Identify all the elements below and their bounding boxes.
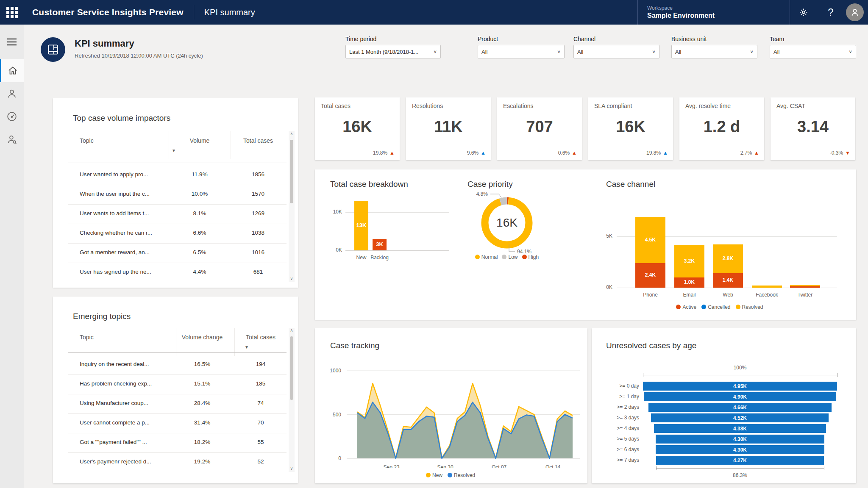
app-title: Customer Service Insights Preview [32,7,184,17]
funnel-bar[interactable]: 4.90K [644,392,836,401]
sidebar-item-agents[interactable] [0,128,24,151]
legend-item-normal[interactable]: Normal [475,254,498,260]
x-axis-tick: Backlog [364,255,395,261]
table-row[interactable]: User wanted to apply pro...11.9%1856 [53,165,298,185]
table-row[interactable]: Inquiry on the recent deal...16.5%194 [53,355,298,374]
workspace-selector[interactable]: Workspace Sample Environment [637,0,790,25]
filter-team: TeamAll∨ [770,36,856,58]
scroll-down-icon[interactable]: ∨ [289,466,295,471]
table-row[interactable]: Using Manufacturer coup...28.4%74 [53,394,298,413]
column-divider [169,131,169,159]
legend-item-low[interactable]: Low [502,254,517,260]
legend-item-high[interactable]: High [522,254,539,260]
kpi-card[interactable]: Avg. resolve time1.2 d2.7%▲ [679,97,764,160]
kpi-delta-value: 2.7% [740,150,752,156]
column-header-volume[interactable]: Volume [166,137,234,144]
table-row[interactable]: User cannot complete a p...31.4%70 [53,413,298,433]
cell-topic: Inquiry on the recent deal... [80,361,149,367]
funnel-bar[interactable]: 4.95K [643,382,837,391]
kpi-value: 16K [588,118,673,136]
bar-new[interactable]: 13K [354,201,368,250]
page-title: KPI summary [75,38,134,49]
scroll-up-icon[interactable]: ∧ [289,131,295,136]
app-launcher-button[interactable] [0,0,24,25]
x-axis-tick: Oct 14 [545,464,561,468]
legend-item-active[interactable]: Active [676,304,696,310]
card-title: Top case volume impactors [73,114,170,123]
sidebar-item-home[interactable] [0,59,24,82]
column-header-total[interactable]: Total cases [227,334,295,341]
legend-item-resolved[interactable]: Resolved [448,472,475,478]
filter-product: ProductAll∨ [478,36,565,58]
funnel-bar[interactable]: 4.27K [656,456,824,465]
stack-resolved-web[interactable]: 2.8K [713,244,743,273]
kpi-card[interactable]: SLA compliant16K19.8%▲ [588,97,673,160]
stack-active-web[interactable]: 1.4K [713,273,743,288]
case-tracking-card: Case tracking05001000Sep 23Sep 30Oct 07O… [315,328,587,483]
filter-value: All [773,49,846,55]
funnel-bar[interactable]: 4.66K [648,403,832,412]
kpi-card[interactable]: Avg. CSAT3.14-0.3%▼ [771,97,855,160]
table-row[interactable]: Has problem chceking exp...15.1%185 [53,374,298,394]
cell-topic: User has signed up the ne... [80,269,151,275]
table-row[interactable]: Got a ""payment failed"" ...18.2%55 [53,433,298,452]
legend-item-cancelled[interactable]: Cancelled [701,304,730,310]
top-measure-line [643,375,837,375]
filter-dropdown[interactable]: All∨ [671,45,757,58]
settings-button[interactable] [790,0,817,25]
cell-volume: 10.0% [166,191,234,197]
help-icon: ? [828,6,833,18]
column-header-topic[interactable]: Topic [80,137,94,144]
table-row[interactable]: User wants to add items t...8.1%1269 [53,204,298,224]
stack-resolved-facebook[interactable] [752,286,782,288]
table-row[interactable]: Checking whether he can r...6.6%1038 [53,224,298,243]
scroll-up-icon[interactable]: ∧ [289,328,295,333]
funnel-bar[interactable]: 4.38K [654,424,826,433]
stack-resolved-email[interactable]: 3.2K [674,245,704,277]
trend-down-icon: ▼ [845,150,850,155]
case-tracking-chart[interactable]: 05001000Sep 23Sep 30Oct 07Oct 14 [315,328,587,468]
nav-expand-button[interactable] [0,30,24,53]
user-avatar[interactable] [846,3,864,21]
home-icon [7,65,18,76]
kpi-card[interactable]: Resolutions11K9.6%▲ [406,97,491,160]
funnel-bar[interactable]: 4.30K [656,445,825,454]
stack-active-twitter[interactable] [790,286,820,288]
stack-active-email[interactable]: 1.0K [674,277,704,288]
filter-dropdown[interactable]: All∨ [573,45,659,58]
table-row[interactable]: User's paymenr rejected d...19.2%52 [53,452,298,472]
column-header-topic[interactable]: Topic [80,334,94,341]
funnel-bar[interactable]: 4.52K [651,413,829,422]
kpi-card[interactable]: Escalations7070.6%▲ [497,97,582,160]
table-row[interactable]: Got a member reward, an...6.5%1016 [53,243,298,263]
cell-volume: 11.9% [166,171,234,177]
table-row[interactable]: When the user input the c...10.0%1570 [53,185,298,204]
stack-resolved-phone[interactable]: 4.5K [635,217,665,263]
help-button[interactable]: ? [817,0,844,25]
trend-up-icon: ▲ [389,150,395,155]
bar-value-label: 2.4K [635,272,665,278]
column-header-total[interactable]: Total cases [224,137,292,144]
sidebar-item-dashboards[interactable] [0,105,24,128]
bar-backlog[interactable]: 3K [373,239,387,250]
scrollbar-thumb[interactable] [290,336,293,400]
cell-topic: User wanted to apply pro... [80,171,148,177]
kpi-card[interactable]: Total cases16K19.8%▲ [315,97,400,160]
cell-topic: User wants to add items t... [80,210,149,216]
scroll-down-icon[interactable]: ∨ [289,276,295,281]
sidebar-item-customers[interactable] [0,82,24,105]
bar-value-label: 1.0K [674,279,704,285]
legend-item-resolved[interactable]: Resolved [736,304,763,310]
column-header-volume[interactable]: Volume change [168,334,236,341]
stack-resolved-twitter[interactable] [790,285,820,286]
scrollbar-thumb[interactable] [290,140,293,203]
table-row[interactable]: User has signed up the ne...4.4%681 [53,263,298,282]
filter-dropdown[interactable]: All∨ [478,45,565,58]
filter-dropdown[interactable]: Last 1 Month (9/18/2018-1...∨ [345,45,441,58]
stack-active-phone[interactable]: 2.4K [635,263,665,288]
legend-item-new[interactable]: New [426,472,442,478]
filter-dropdown[interactable]: All∨ [770,45,856,58]
funnel-bar[interactable]: 4.30K [656,435,825,444]
bar-value-label: 1.4K [713,277,743,283]
cell-volume: 6.5% [166,249,234,255]
